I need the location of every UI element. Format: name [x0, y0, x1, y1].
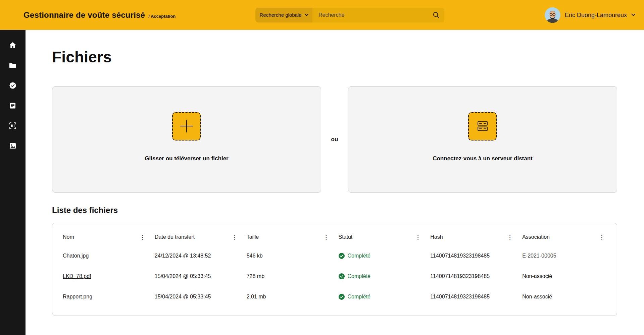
transfer-date: 24/12/2024 @ 13:48:52 — [155, 253, 247, 259]
column-header-association: Association — [522, 234, 550, 240]
user-name: Eric Duong-Lamoureux — [565, 11, 627, 18]
plus-icon — [179, 118, 194, 134]
table-row: Chaton.jpg 24/12/2024 @ 13:48:52 546 kb … — [63, 245, 614, 266]
status-label: Complété — [348, 253, 370, 259]
app-brand: Gestionnaire de voûte sécurisé / Accepta… — [0, 10, 176, 20]
upload-dropzone-box[interactable] — [172, 112, 201, 141]
status-check-icon — [339, 253, 345, 259]
app-title: Gestionnaire de voûte sécurisé — [23, 10, 145, 20]
status-label: Complété — [348, 294, 370, 300]
table-row: LKD_78.pdf 15/04/2024 @ 05:33:45 728 mb … — [63, 266, 614, 286]
upload-card-label: Glisser ou téléverser un fichier — [145, 155, 228, 162]
search-icon[interactable] — [433, 11, 440, 18]
sidebar-item-validations[interactable] — [9, 81, 17, 90]
column-menu-icon[interactable]: ⋮ — [413, 234, 423, 240]
file-link[interactable]: Chaton.jpg — [63, 253, 89, 259]
column-header-date: Date du transfert — [155, 234, 195, 240]
column-header-taille: Taille — [247, 234, 259, 240]
top-bar: Gestionnaire de voûte sécurisé / Accepta… — [0, 0, 644, 30]
server-card-label: Connectez-vous à un serveur distant — [433, 155, 533, 162]
file-size: 546 kb — [247, 253, 339, 259]
chevron-down-icon — [305, 14, 308, 16]
or-separator: ou — [321, 86, 348, 193]
home-icon — [9, 41, 17, 49]
association-label: Non-associé — [522, 294, 614, 300]
status-label: Complété — [348, 273, 370, 279]
file-size: 728 mb — [247, 273, 339, 279]
page-title: Fichiers — [52, 48, 617, 66]
chevron-down-icon[interactable] — [631, 14, 635, 16]
search-bar: Recherche globale — [255, 8, 444, 22]
column-menu-icon[interactable]: ⋮ — [230, 234, 239, 240]
sidebar-item-media[interactable] — [9, 142, 17, 150]
association-link[interactable]: E-2021-00005 — [522, 253, 556, 259]
user-menu[interactable]: Eric Duong-Lamoureux — [545, 7, 635, 23]
association-label: Non-associé — [522, 273, 614, 279]
file-table: Nom⋮ Date du transfert⋮ Taille⋮ Statut⋮ … — [52, 223, 617, 316]
column-header-hash: Hash — [430, 234, 443, 240]
remote-server-card[interactable]: Connectez-vous à un serveur distant — [348, 86, 617, 193]
transfer-date: 15/04/2024 @ 05:33:45 — [155, 294, 247, 300]
document-icon — [9, 102, 17, 110]
file-list-title: Liste des fichiers — [52, 206, 617, 215]
sidebar-item-scan[interactable] — [9, 121, 17, 130]
table-row: Rapport.png 15/04/2024 @ 05:33:45 2.01 m… — [63, 286, 614, 307]
sidebar-item-home[interactable] — [9, 41, 17, 49]
image-icon — [9, 142, 17, 150]
server-icon — [476, 119, 490, 133]
file-link[interactable]: LKD_78.pdf — [63, 273, 91, 279]
status-check-icon — [339, 294, 345, 300]
column-header-statut: Statut — [339, 234, 353, 240]
remote-server-box[interactable] — [468, 112, 497, 141]
table-header-row: Nom⋮ Date du transfert⋮ Taille⋮ Statut⋮ … — [63, 230, 614, 244]
column-menu-icon[interactable]: ⋮ — [321, 234, 331, 240]
environment-label: / Acceptation — [148, 14, 176, 19]
upload-dropzone-card[interactable]: Glisser ou téléverser un fichier — [52, 86, 321, 193]
file-link[interactable]: Rapport.png — [63, 294, 92, 299]
file-hash: 11400714819323198485 — [430, 294, 522, 300]
column-menu-icon[interactable]: ⋮ — [138, 234, 147, 240]
sidebar-item-files[interactable] — [9, 61, 17, 69]
file-size: 2.01 mb — [247, 294, 339, 300]
sidebar-item-documents[interactable] — [9, 101, 17, 110]
file-hash: 11400714819323198485 — [430, 253, 522, 259]
folder-icon — [9, 61, 17, 69]
column-menu-icon[interactable]: ⋮ — [505, 234, 515, 240]
check-circle-icon — [9, 81, 17, 90]
scan-icon — [9, 122, 17, 130]
column-menu-icon[interactable]: ⋮ — [597, 234, 607, 240]
avatar — [545, 7, 560, 23]
upload-section: Glisser ou téléverser un fichier ou Conn… — [52, 86, 617, 193]
sidebar — [0, 30, 26, 335]
search-scope-label: Recherche globale — [259, 12, 301, 18]
transfer-date: 15/04/2024 @ 05:33:45 — [155, 273, 247, 279]
search-field — [312, 8, 444, 22]
main-content: Fichiers Glisser ou téléverser un fichie… — [26, 48, 644, 316]
search-input[interactable] — [318, 12, 429, 18]
search-scope-dropdown[interactable]: Recherche globale — [255, 8, 312, 22]
file-hash: 11400714819323198485 — [430, 273, 522, 279]
status-check-icon — [339, 273, 345, 279]
column-header-nom: Nom — [63, 234, 74, 240]
